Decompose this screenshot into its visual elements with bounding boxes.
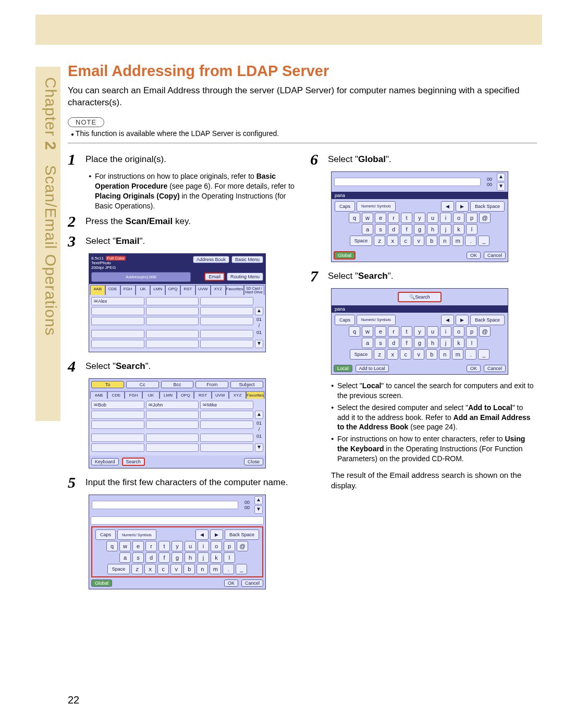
space-key[interactable]: Space: [107, 564, 130, 574]
add-to-local-button[interactable]: Add to Local: [356, 365, 389, 372]
key[interactable]: i: [440, 326, 451, 337]
tab[interactable]: #AB: [90, 285, 105, 295]
key[interactable]: b: [183, 564, 195, 574]
key[interactable]: j: [440, 224, 451, 235]
key[interactable]: p: [466, 213, 478, 223]
key[interactable]: x: [387, 236, 398, 246]
tab[interactable]: LMN: [150, 285, 165, 295]
key[interactable]: r: [145, 541, 157, 551]
key[interactable]: d: [145, 552, 157, 563]
list-item[interactable]: [146, 434, 199, 442]
key[interactable]: r: [388, 213, 399, 223]
list-item[interactable]: [91, 307, 144, 315]
caps-key[interactable]: Caps: [95, 529, 116, 540]
backspace-key[interactable]: Back Space: [470, 315, 505, 325]
key[interactable]: z: [374, 349, 385, 360]
tab[interactable]: XYZ: [211, 285, 226, 295]
key[interactable]: l: [224, 552, 235, 563]
tab[interactable]: #AB: [90, 391, 107, 399]
key[interactable]: y: [414, 213, 425, 223]
arrow-right-key[interactable]: ▶: [456, 315, 469, 325]
key[interactable]: .: [465, 349, 476, 360]
key[interactable]: a: [119, 552, 131, 563]
key[interactable]: q: [106, 541, 118, 551]
key[interactable]: d: [388, 224, 399, 235]
key[interactable]: n: [197, 564, 208, 574]
list-item[interactable]: [146, 317, 199, 325]
key[interactable]: s: [132, 552, 144, 563]
key[interactable]: f: [158, 552, 170, 563]
scroll-up-icon[interactable]: ▲: [497, 173, 505, 181]
tab[interactable]: UVW: [212, 391, 229, 399]
tab[interactable]: IJK: [136, 285, 151, 295]
list-item[interactable]: [146, 297, 199, 305]
list-item[interactable]: [200, 297, 253, 305]
key[interactable]: z: [131, 564, 143, 574]
list-item[interactable]: [200, 340, 253, 348]
key[interactable]: t: [401, 326, 412, 337]
backspace-key[interactable]: Back Space: [225, 529, 259, 540]
key[interactable]: u: [185, 541, 196, 551]
key[interactable]: j: [198, 552, 209, 563]
scroll-down-icon[interactable]: ▼: [497, 182, 505, 191]
key[interactable]: x: [144, 564, 156, 574]
space-key[interactable]: Space: [350, 349, 373, 360]
list-item[interactable]: [200, 307, 253, 315]
key[interactable]: _: [478, 236, 489, 246]
tab[interactable]: CDE: [107, 391, 125, 399]
list-item[interactable]: [200, 421, 253, 429]
key[interactable]: m: [452, 236, 463, 246]
scroll-down-icon[interactable]: ▼: [254, 505, 263, 514]
key[interactable]: m: [210, 564, 221, 574]
key[interactable]: a: [362, 338, 373, 348]
ok-button[interactable]: OK: [467, 252, 481, 259]
basic-menu-button[interactable]: Basic Menu: [231, 256, 263, 263]
ok-button[interactable]: OK: [467, 365, 481, 372]
key[interactable]: _: [236, 564, 247, 574]
tab[interactable]: IJK: [142, 391, 160, 399]
key[interactable]: j: [440, 338, 451, 348]
key[interactable]: @: [479, 213, 491, 223]
cc-button[interactable]: Cc: [126, 381, 159, 388]
key[interactable]: w: [362, 213, 373, 223]
key[interactable]: y: [172, 541, 183, 551]
list-item[interactable]: ✉ John: [146, 401, 199, 409]
list-item[interactable]: [91, 330, 144, 338]
list-item[interactable]: [200, 317, 253, 325]
key[interactable]: @: [479, 326, 491, 337]
arrow-right-key[interactable]: ▶: [210, 529, 223, 540]
caps-key[interactable]: Caps: [335, 315, 355, 325]
key[interactable]: q: [349, 326, 360, 337]
key[interactable]: s: [375, 338, 386, 348]
key[interactable]: k: [453, 338, 464, 348]
sd-card-tab[interactable]: SD Card / Hard Drive: [244, 285, 265, 295]
key[interactable]: d: [388, 338, 399, 348]
key[interactable]: e: [132, 541, 144, 551]
key[interactable]: u: [427, 213, 438, 223]
tab[interactable]: LMN: [160, 391, 177, 399]
address-count[interactable]: Address(es):000: [91, 272, 191, 282]
key[interactable]: w: [362, 326, 373, 337]
list-item[interactable]: [91, 411, 144, 419]
list-item[interactable]: [91, 317, 144, 325]
key[interactable]: x: [387, 349, 398, 360]
tab[interactable]: XYZ: [229, 391, 246, 399]
tab[interactable]: RST: [180, 285, 195, 295]
list-item[interactable]: [146, 421, 199, 429]
scroll-up-icon[interactable]: ▲: [254, 496, 263, 504]
key[interactable]: l: [466, 338, 478, 348]
text-input[interactable]: [92, 501, 238, 509]
key[interactable]: s: [375, 224, 386, 235]
key[interactable]: c: [157, 564, 169, 574]
key[interactable]: g: [172, 552, 183, 563]
cancel-button[interactable]: Cancel: [241, 579, 263, 587]
list-item[interactable]: [146, 340, 199, 348]
tab[interactable]: UVW: [195, 285, 211, 295]
text-input[interactable]: [91, 516, 264, 525]
key[interactable]: v: [413, 236, 424, 246]
space-key[interactable]: Space: [350, 236, 373, 246]
key[interactable]: .: [223, 564, 234, 574]
key[interactable]: k: [453, 224, 464, 235]
key[interactable]: i: [198, 541, 209, 551]
list-item[interactable]: [91, 340, 144, 348]
